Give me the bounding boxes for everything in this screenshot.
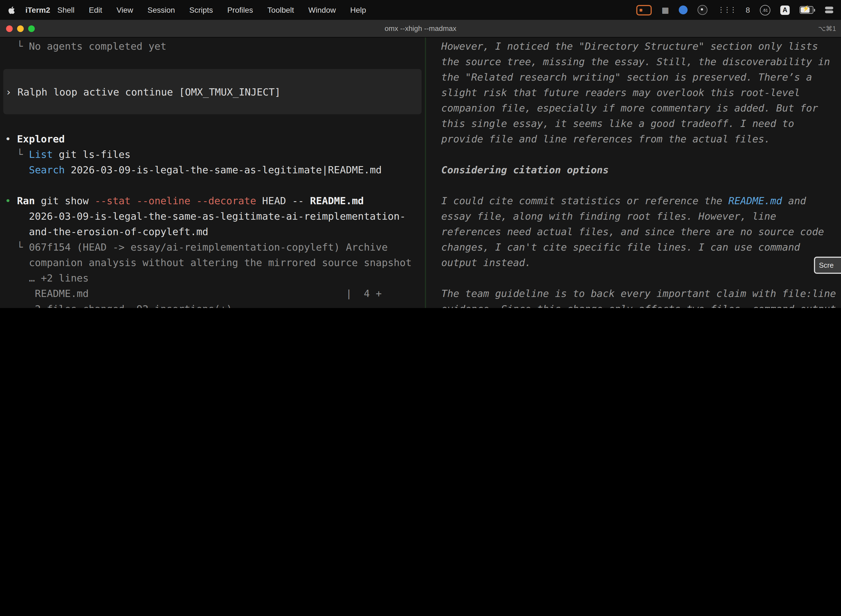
dark-circle-app-icon[interactable] <box>697 5 708 15</box>
macos-menubar: iTerm2 ShellEditViewSessionScriptsProfil… <box>0 0 841 20</box>
terminal-line: I could cite commit statistics or refere… <box>426 193 841 209</box>
menu-item-view[interactable]: View <box>116 6 133 14</box>
terminal-line <box>426 178 841 193</box>
terminal-line: references need actual files, and since … <box>426 224 841 239</box>
terminal-line: README.md | 4 + <box>0 286 425 301</box>
battery-body-icon: ⚡ <box>800 6 813 14</box>
menu-item-profiles[interactable]: Profiles <box>227 6 253 14</box>
terminal-line: companion analysis without altering the … <box>0 255 425 270</box>
battery-icon[interactable]: ⚡ <box>800 6 815 14</box>
menu-item-scripts[interactable]: Scripts <box>189 6 213 14</box>
terminal-line: changes, I can't cite specific file line… <box>426 239 841 255</box>
terminal-line: 2 files changed, 92 insertions(+) <box>0 301 425 308</box>
charging-bolt-icon: ⚡ <box>802 6 809 12</box>
blue-app-icon[interactable] <box>679 6 687 14</box>
menu-item-help[interactable]: Help <box>350 6 366 14</box>
tmux-panes: └ No agents completed yet› Ralph loop ac… <box>0 38 841 308</box>
zoom-button[interactable] <box>28 25 35 32</box>
agents-status-line: └ No agents completed yet <box>0 39 425 54</box>
apple-logo-icon[interactable] <box>8 6 16 14</box>
terminal-line <box>0 178 425 193</box>
menu-item-window[interactable]: Window <box>308 6 336 14</box>
ran-git-show: • Ran git show --stat --oneline --decora… <box>0 193 425 209</box>
terminal-line: However, I noticed the "Directory Struct… <box>426 39 841 54</box>
left-pane[interactable]: └ No agents completed yet› Ralph loop ac… <box>0 38 426 308</box>
terminal-line: … +2 lines <box>0 270 425 286</box>
terminal-line: 2026-03-09-is-legal-the-same-as-legitima… <box>0 209 425 224</box>
terminal-line: evidence. Since this change only affects… <box>426 301 841 308</box>
terminal-line: └ List git ls-files <box>0 147 425 162</box>
menubar-app-name[interactable]: iTerm2 <box>25 6 50 14</box>
menubar-items: ShellEditViewSessionScriptsProfilesToolb… <box>57 6 381 14</box>
input-source-icon[interactable]: A <box>780 5 790 15</box>
terminal-line: companion file, especially if more comme… <box>426 100 841 116</box>
window-titlebar[interactable]: omx --xhigh --madmax ⌥⌘1 <box>0 20 841 38</box>
terminal-line: The team guideline is to back every impo… <box>426 286 841 301</box>
terminal-line: slight risk that future readers may over… <box>426 85 841 100</box>
explored-header: • Explored <box>0 131 425 147</box>
terminal-line: └ 067f154 (HEAD -> essay/ai-reimplementa… <box>0 239 425 255</box>
close-button[interactable] <box>6 25 13 32</box>
dots-grid-icon[interactable]: ⋮⋮⋮ <box>717 6 736 14</box>
window-shortcut-badge: ⌥⌘1 <box>818 25 836 32</box>
screen-recording-indicator-icon[interactable] <box>636 5 652 15</box>
traffic-lights <box>0 25 35 32</box>
menu-item-toolbelt[interactable]: Toolbelt <box>267 6 294 14</box>
window-grid-icon[interactable]: ▦ <box>662 6 669 14</box>
terminal-line: Search 2026-03-09-is-legal-the-same-as-l… <box>0 162 425 178</box>
terminal-line <box>426 147 841 162</box>
recording-dot-icon <box>640 9 642 11</box>
terminal-line: provide file and line references from th… <box>426 131 841 147</box>
control-center-icon[interactable] <box>825 7 833 13</box>
terminal-line: essay file, along with finding root file… <box>426 209 841 224</box>
keyboard-8-icon[interactable]: 8 <box>746 6 750 14</box>
notification-toast[interactable]: Scre <box>814 257 841 274</box>
terminal-line: the "Related research writing" section i… <box>426 70 841 85</box>
screen: iTerm2 ShellEditViewSessionScriptsProfil… <box>0 0 841 308</box>
right-pane[interactable]: However, I noticed the "Directory Struct… <box>426 38 841 308</box>
menubar-status-cluster: ▦ ⋮⋮⋮ 8 .61 A ⚡ <box>636 5 833 15</box>
window-title: omx --xhigh --madmax <box>0 24 841 32</box>
menu-item-shell[interactable]: Shell <box>57 6 75 14</box>
terminal-window: └ No agents completed yet› Ralph loop ac… <box>0 38 841 308</box>
terminal-line: this single essay, it seems like a good … <box>426 116 841 131</box>
battery-nub-icon <box>814 9 815 11</box>
battery-percent-icon[interactable]: .61 <box>760 5 771 15</box>
menu-item-session[interactable]: Session <box>147 6 175 14</box>
thinking-heading: Considering citation options <box>426 162 841 178</box>
terminal-line: output instead. <box>426 255 841 270</box>
terminal-line <box>426 270 841 286</box>
menu-item-edit[interactable]: Edit <box>89 6 102 14</box>
ralph-inject-banner: › Ralph loop active continue [OMX_TMUX_I… <box>3 69 422 114</box>
terminal-line: the source tree, missing the essay. Stil… <box>426 54 841 70</box>
terminal-line: and-the-erosion-of-copyleft.md <box>0 224 425 239</box>
minimize-button[interactable] <box>17 25 24 32</box>
